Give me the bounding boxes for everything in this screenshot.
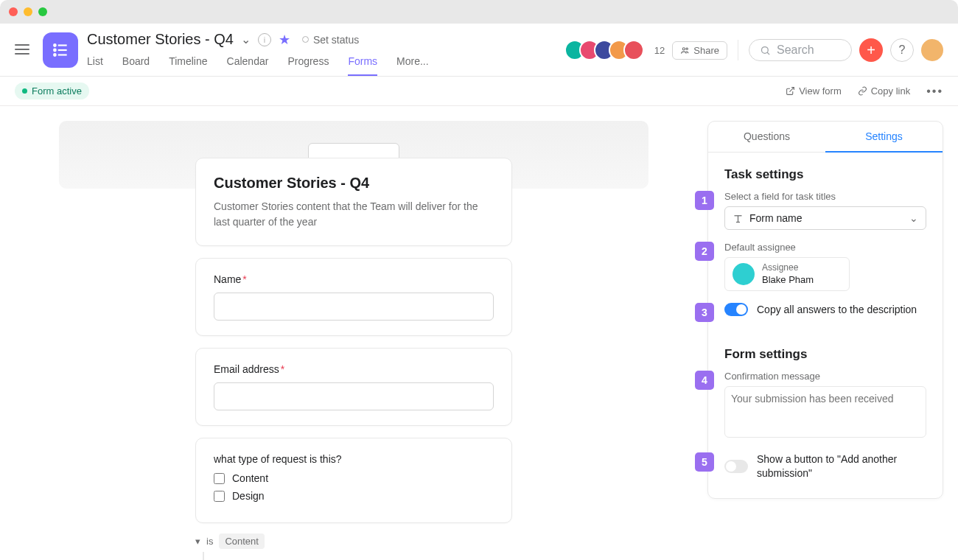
task-settings-heading: Task settings xyxy=(724,167,926,182)
svg-point-2 xyxy=(54,49,56,52)
maximize-window-icon[interactable] xyxy=(38,7,47,16)
search-placeholder: Search xyxy=(777,43,814,57)
set-status-button[interactable]: Set status xyxy=(302,34,359,46)
help-button[interactable]: ? xyxy=(890,38,914,62)
panel-tab-questions[interactable]: Questions xyxy=(708,122,825,153)
panel-tab-settings[interactable]: Settings xyxy=(825,122,943,153)
form-canvas: Add cover image Customer Stories - Q4 Cu… xyxy=(0,106,707,560)
svg-point-6 xyxy=(683,47,685,49)
add-another-toggle[interactable] xyxy=(724,460,748,473)
option-label: Design xyxy=(232,490,265,502)
task-title-field-select[interactable]: Form name ⌄ xyxy=(724,206,926,230)
info-icon[interactable]: i xyxy=(258,33,271,46)
avatar xyxy=(623,40,644,60)
mac-titlebar xyxy=(0,0,958,24)
branch-connector xyxy=(195,552,512,560)
assignee-label: Assignee xyxy=(762,262,814,274)
project-title: Customer Stories - Q4 xyxy=(87,31,234,48)
share-label: Share xyxy=(693,45,719,56)
view-form-button[interactable]: View form xyxy=(786,85,842,97)
field-label: Select a field for task titles xyxy=(724,191,926,202)
required-mark: * xyxy=(242,273,246,285)
form-status-label: Form active xyxy=(32,85,82,97)
field-label: Default assignee xyxy=(724,242,926,253)
star-icon[interactable]: ★ xyxy=(279,32,290,48)
text-input[interactable] xyxy=(214,293,494,321)
checkbox-input[interactable] xyxy=(214,491,225,502)
option-label: Content xyxy=(232,472,268,484)
avatar xyxy=(733,263,755,285)
assignee-name: Blake Pham xyxy=(762,274,814,287)
form-title: Customer Stories - Q4 xyxy=(214,175,494,192)
close-window-icon[interactable] xyxy=(9,7,18,16)
svg-point-0 xyxy=(54,44,56,46)
user-avatar[interactable] xyxy=(921,39,943,61)
share-button[interactable]: Share xyxy=(672,41,727,60)
branch-is-label: is xyxy=(206,536,213,547)
svg-line-9 xyxy=(767,52,769,55)
form-header-card[interactable]: Customer Stories - Q4 Customer Stories c… xyxy=(195,158,512,246)
form-status-badge: Form active xyxy=(15,83,89,99)
confirmation-message-input[interactable] xyxy=(724,386,926,438)
tab-calendar[interactable]: Calendar xyxy=(227,55,269,76)
app-header: Customer Stories - Q4 ⌄ i ★ Set status L… xyxy=(0,24,958,77)
svg-point-8 xyxy=(762,46,769,53)
tab-more[interactable]: More... xyxy=(396,55,429,76)
svg-point-7 xyxy=(686,48,688,49)
settings-panel: Questions Settings Task settings 1 Selec… xyxy=(707,121,943,499)
more-options-button[interactable]: ••• xyxy=(926,85,943,98)
branch-rule[interactable]: ▾ is Content xyxy=(195,533,512,549)
minimize-window-icon[interactable] xyxy=(24,7,32,16)
checkbox-option[interactable]: Content xyxy=(214,472,494,484)
default-assignee-select[interactable]: Assignee Blake Pham xyxy=(724,257,850,291)
member-avatars[interactable] xyxy=(570,40,644,60)
member-count: 12 xyxy=(654,45,665,56)
project-icon xyxy=(43,32,78,68)
question-card-request-type[interactable]: what type of request is this? Content De… xyxy=(195,438,512,523)
tab-forms[interactable]: Forms xyxy=(348,55,377,76)
copy-answers-toggle[interactable] xyxy=(724,303,748,316)
step-marker: 2 xyxy=(695,242,714,261)
search-input[interactable]: Search xyxy=(749,39,852,61)
collapse-icon[interactable]: ▾ xyxy=(195,536,200,547)
people-icon xyxy=(680,46,690,55)
tab-progress[interactable]: Progress xyxy=(287,55,329,76)
text-input[interactable] xyxy=(214,382,494,410)
copy-link-label: Copy link xyxy=(871,85,910,97)
toggle-label: Copy all answers to the description xyxy=(757,304,917,315)
text-icon xyxy=(733,213,744,224)
link-icon xyxy=(858,86,867,96)
toggle-label: Show a button to "Add another submission… xyxy=(757,452,926,480)
create-button[interactable]: + xyxy=(859,38,883,62)
step-marker: 1 xyxy=(695,191,714,210)
search-icon xyxy=(760,45,771,56)
checkbox-input[interactable] xyxy=(214,473,225,484)
tab-board[interactable]: Board xyxy=(122,55,150,76)
divider xyxy=(738,40,738,60)
form-toolbar: Form active View form Copy link ••• xyxy=(0,77,958,106)
tab-timeline[interactable]: Timeline xyxy=(169,55,207,76)
field-label: Confirmation message xyxy=(724,371,926,382)
question-card-email[interactable]: Email address* xyxy=(195,348,512,426)
question-label: what type of request is this? xyxy=(214,453,494,465)
status-dot-icon xyxy=(22,88,27,94)
required-mark: * xyxy=(281,363,284,375)
step-marker: 4 xyxy=(695,371,714,390)
branch-value: Content xyxy=(219,533,265,549)
step-marker: 5 xyxy=(695,452,714,472)
question-label: Email address xyxy=(214,363,279,375)
set-status-label: Set status xyxy=(313,34,359,46)
tab-list[interactable]: List xyxy=(87,55,103,76)
view-form-label: View form xyxy=(799,85,842,97)
checkbox-option[interactable]: Design xyxy=(214,490,494,502)
external-link-icon xyxy=(786,86,795,96)
question-label: Name xyxy=(214,273,241,285)
project-menu-chevron-icon[interactable]: ⌄ xyxy=(241,32,251,46)
form-description: Customer Stories content that the Team w… xyxy=(214,199,494,229)
copy-link-button[interactable]: Copy link xyxy=(858,85,910,97)
chevron-down-icon: ⌄ xyxy=(909,212,918,224)
question-card-name[interactable]: Name* xyxy=(195,258,512,336)
status-dot-icon xyxy=(302,36,309,43)
sidebar-toggle-button[interactable] xyxy=(15,41,29,57)
svg-point-4 xyxy=(54,54,56,56)
